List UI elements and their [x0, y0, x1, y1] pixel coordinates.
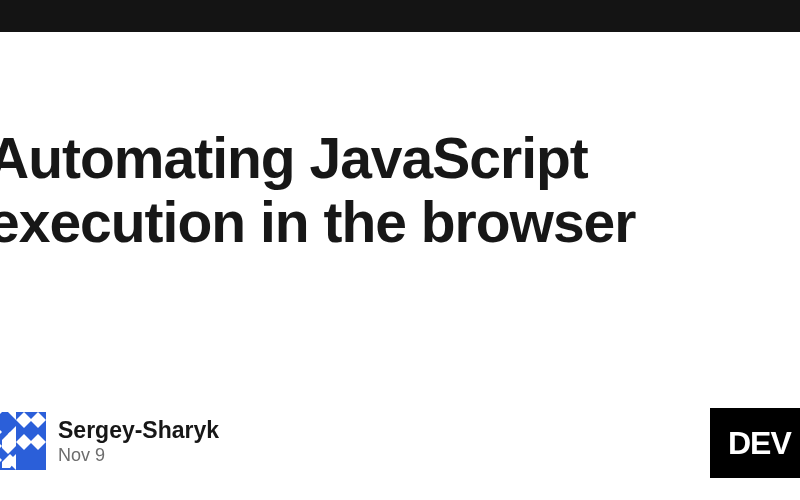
article-title: Automating JavaScript execution in the b…: [0, 127, 800, 255]
post-date: Nov 9: [58, 445, 219, 466]
author-name: Sergey-Sharyk: [58, 417, 219, 444]
author-avatar: [0, 412, 46, 470]
dev-badge-text: DEV: [728, 425, 791, 462]
author-info: Sergey-Sharyk Nov 9: [58, 417, 219, 466]
author-section: Sergey-Sharyk Nov 9: [0, 412, 219, 470]
article-content: Automating JavaScript execution in the b…: [0, 127, 800, 255]
dev-badge: DEV: [710, 408, 800, 478]
top-bar: [0, 0, 800, 32]
avatar-pattern-icon: [0, 412, 46, 470]
